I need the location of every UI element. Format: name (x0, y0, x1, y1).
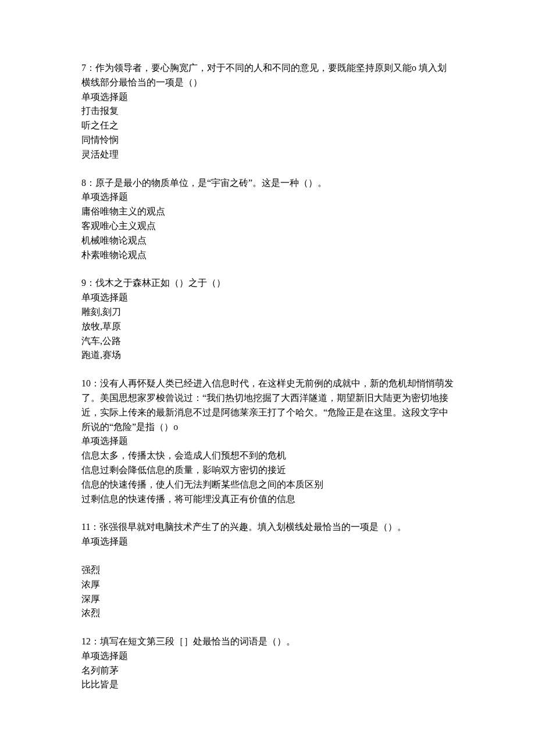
question-block: 7：作为领导者，要心胸宽广，对于不同的人和不同的意见，要既能坚持原则又能o 填入… (81, 61, 454, 162)
question-option: 比比皆是 (81, 678, 454, 692)
question-type-label: 单项选择题 (81, 291, 454, 305)
question-text: 张强很早就对电脑技术产生了的兴趣。填入划横线处最恰当的一项是（）。 (99, 522, 406, 532)
question-option: 信息过剩会降低信息的质量，影响双方密切的接近 (81, 463, 454, 478)
question-option: 深厚 (81, 592, 454, 607)
question-block: 8：原子是最小的物质单位，是“宇宙之砖”。这是一种（）。 单项选择题 庸俗唯物主… (81, 176, 454, 263)
question-option: 跑道,赛场 (81, 348, 454, 363)
question-option: 放牧,草原 (81, 320, 454, 334)
question-stem: 11：张强很早就对电脑技术产生了的兴趣。填入划横线处最恰当的一项是（）。 (81, 520, 454, 535)
question-stem: 8：原子是最小的物质单位，是“宇宙之砖”。这是一种（）。 (81, 176, 454, 191)
question-block: 10：没有人再怀疑人类已经进入信息时代，在这样史无前例的成就中，新的危机却悄悄萌… (81, 377, 454, 506)
question-type-label: 单项选择题 (81, 190, 454, 205)
question-option: 汽车,公路 (81, 334, 454, 349)
question-option: 灵活处理 (81, 148, 454, 162)
question-block: 12：填写在短文第三段［］处最恰当的词语是（）。 单项选择题 名列前茅 比比皆是 (81, 635, 454, 692)
question-type-label: 单项选择题 (81, 649, 454, 664)
question-stem: 12：填写在短文第三段［］处最恰当的词语是（）。 (81, 635, 454, 649)
question-number: 12： (81, 636, 100, 646)
question-option: 雕刻,刻刀 (81, 305, 454, 320)
question-type-label: 单项选择题 (81, 535, 454, 549)
question-option: 庸俗唯物主义的观点 (81, 205, 454, 219)
question-number: 11： (81, 522, 99, 532)
question-text: 原子是最小的物质单位，是“宇宙之砖”。这是一种（）。 (95, 178, 327, 188)
question-text: 作为领导者，要心胸宽广，对于不同的人和不同的意见，要既能坚持原则又能o 填入划横… (81, 63, 447, 87)
question-number: 9： (81, 278, 95, 288)
question-option: 浓烈 (81, 606, 454, 621)
question-option: 机械唯物论观点 (81, 234, 454, 248)
question-type-label: 单项选择题 (81, 434, 454, 449)
question-option: 同情怜悯 (81, 133, 454, 148)
question-option: 听之任之 (81, 119, 454, 133)
question-option: 信息太多，传播太快，会造成人们预想不到的危机 (81, 449, 454, 463)
question-option: 浓厚 (81, 578, 454, 592)
question-stem: 7：作为领导者，要心胸宽广，对于不同的人和不同的意见，要既能坚持原则又能o 填入… (81, 61, 454, 90)
question-block: 9：伐木之于森林正如（）之于（） 单项选择题 雕刻,刻刀 放牧,草原 汽车,公路… (81, 276, 454, 363)
question-text: 伐木之于森林正如（）之于（） (95, 278, 226, 288)
question-option: 信息的快速传播，使人们无法判断某些信息之间的本质区别 (81, 478, 454, 492)
question-block: 11：张强很早就对电脑技术产生了的兴趣。填入划横线处最恰当的一项是（）。 单项选… (81, 520, 454, 621)
question-text: 没有人再怀疑人类已经进入信息时代，在这样史无前例的成就中，新的危机却悄悄萌发了。… (81, 378, 454, 431)
question-option: 强烈 (81, 563, 454, 578)
question-option: 朴素唯物论观点 (81, 248, 454, 263)
question-option: 客观唯心主义观点 (81, 219, 454, 234)
blank-line (81, 549, 454, 563)
question-option: 名列前茅 (81, 664, 454, 678)
question-text: 填写在短文第三段［］处最恰当的词语是（）。 (100, 636, 295, 646)
question-number: 7： (81, 63, 95, 73)
question-number: 8： (81, 178, 95, 188)
question-number: 10： (81, 378, 100, 388)
question-option: 过剩信息的快速传播，将可能埋没真正有价值的信息 (81, 492, 454, 507)
question-type-label: 单项选择题 (81, 90, 454, 105)
question-option: 打击报复 (81, 104, 454, 119)
question-stem: 9：伐木之于森林正如（）之于（） (81, 276, 454, 291)
question-stem: 10：没有人再怀疑人类已经进入信息时代，在这样史无前例的成就中，新的危机却悄悄萌… (81, 377, 454, 434)
document-page: 7：作为领导者，要心胸宽广，对于不同的人和不同的意见，要既能坚持原则又能o 填入… (0, 0, 535, 756)
